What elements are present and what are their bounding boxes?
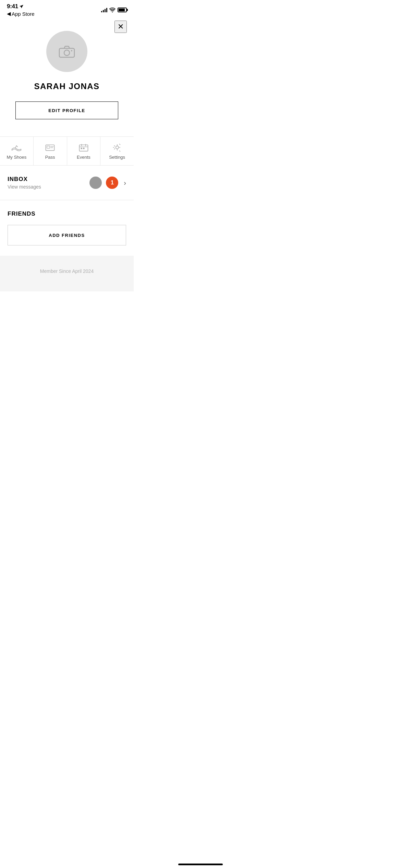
svg-point-2 — [71, 50, 72, 51]
status-time: 9:41 — [7, 3, 35, 10]
inbox-chevron-icon[interactable]: › — [124, 179, 126, 187]
user-name: SARAH JONAS — [34, 82, 99, 91]
avatar[interactable] — [46, 31, 87, 72]
friends-title: FRIENDS — [8, 210, 126, 217]
svg-rect-12 — [83, 148, 84, 149]
profile-section: SARAH JONAS EDIT PROFILE — [0, 17, 134, 130]
member-since-text: Member Since April 2024 — [40, 268, 94, 274]
status-bar: 9:41 ◀ App Store — [0, 0, 134, 17]
edit-profile-button[interactable]: EDIT PROFILE — [15, 101, 118, 119]
tab-my-shoes-label: My Shoes — [7, 155, 26, 160]
inbox-right: 1 › — [89, 177, 126, 189]
svg-point-1 — [64, 50, 70, 56]
shoes-icon — [11, 143, 22, 152]
tab-pass-label: Pass — [45, 155, 55, 160]
close-button[interactable]: ✕ — [114, 21, 127, 33]
tab-events-label: Events — [77, 155, 90, 160]
time-text: 9:41 — [7, 3, 18, 10]
inbox-badge: 1 — [106, 177, 118, 189]
settings-icon — [112, 143, 122, 152]
tab-pass[interactable]: Pass — [34, 137, 67, 165]
tab-events[interactable]: Events — [67, 137, 101, 165]
status-right — [101, 8, 127, 12]
location-icon — [20, 4, 24, 9]
add-friends-button[interactable]: ADD FRIENDS — [8, 225, 126, 245]
friends-section: FRIENDS ADD FRIENDS — [0, 200, 134, 256]
inbox-dot — [89, 177, 102, 189]
footer: Member Since April 2024 — [0, 256, 134, 291]
tab-settings-label: Settings — [109, 155, 125, 160]
svg-point-13 — [116, 146, 118, 149]
back-label: App Store — [12, 11, 35, 17]
tab-my-shoes[interactable]: My Shoes — [0, 137, 34, 165]
pass-icon — [45, 143, 55, 152]
wifi-icon — [109, 8, 116, 12]
signal-icon — [101, 8, 107, 12]
camera-icon — [59, 45, 75, 58]
battery-icon — [118, 8, 127, 12]
svg-rect-4 — [47, 146, 50, 148]
status-left: 9:41 ◀ App Store — [7, 3, 35, 17]
inbox-section[interactable]: INBOX View messages 1 › — [0, 166, 134, 200]
events-icon — [78, 143, 89, 152]
inbox-title: INBOX — [8, 176, 41, 183]
nav-tabs: My Shoes Pass Events Settings — [0, 136, 134, 166]
inbox-subtitle: View messages — [8, 184, 41, 190]
tab-settings[interactable]: Settings — [100, 137, 134, 165]
inbox-text: INBOX View messages — [8, 176, 41, 190]
svg-rect-11 — [81, 148, 82, 149]
app-store-back[interactable]: ◀ App Store — [7, 11, 35, 17]
